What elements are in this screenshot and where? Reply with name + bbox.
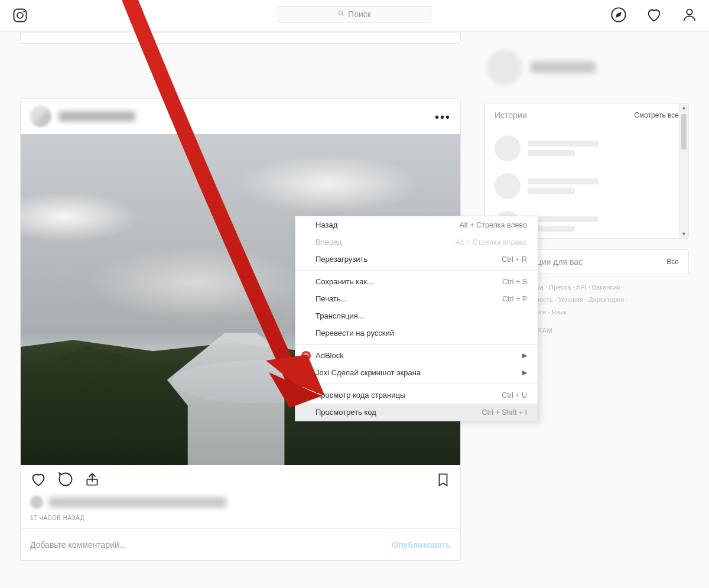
post-timestamp: 17 ЧАСОВ НАЗАД [21,512,460,528]
ctx-inspect-label: Просмотреть код [316,408,376,417]
stories-scrollbar[interactable]: ▲ ▼ [679,103,688,238]
svg-point-7 [687,9,692,15]
ctx-cast-label: Трансляция... [316,311,365,320]
scroll-down-icon[interactable]: ▼ [680,230,688,238]
ctx-view-source-shortcut: Ctrl + U [502,391,527,399]
context-menu: Назад Alt + Стрелка влево Вперед Alt + С… [295,216,538,421]
comment-input[interactable]: Добавьте комментарий... [30,540,126,550]
svg-marker-6 [617,13,621,17]
search-icon [338,10,344,18]
profile-icon[interactable] [681,6,698,24]
ctx-forward: Вперед Alt + Стрелка вправо [295,233,538,251]
svg-point-1 [17,12,23,18]
ctx-back-label: Назад [316,220,337,229]
share-icon[interactable] [84,472,100,489]
recommendations-all[interactable]: Все [666,258,679,266]
story-item[interactable] [489,129,685,167]
ctx-cast[interactable]: Трансляция... [295,307,538,324]
submenu-arrow-icon: ▶ [522,369,527,376]
svg-line-4 [342,14,344,16]
top-nav: Поиск [0,0,709,32]
search-input[interactable]: Поиск [278,6,431,22]
svg-point-2 [23,11,25,12]
ctx-back[interactable]: Назад Alt + Стрелка влево [295,216,538,233]
ctx-forward-shortcut: Alt + Стрелка вправо [456,238,527,246]
ctx-reload-shortcut: Ctrl + R [502,255,527,264]
sidebar-profile[interactable] [484,45,689,103]
ctx-separator [295,384,538,384]
ctx-translate-label: Перевести на русский [316,329,394,337]
post-likes-row [21,496,460,512]
bookmark-icon[interactable] [435,472,451,490]
ctx-translate[interactable]: Перевести на русский [295,324,538,342]
ctx-print-label: Печать... [316,294,347,303]
ctx-separator [295,344,538,345]
activity-heart-icon[interactable] [645,6,663,24]
story-avatar [495,135,521,161]
ctx-joxi-label: Joxi Сделай скриншот экрана [316,368,421,377]
ctx-inspect[interactable]: Просмотреть код Ctrl + Shift + I [295,404,538,421]
ctx-save-as-label: Сохранить как... [316,277,373,286]
instagram-logo[interactable] [12,7,28,26]
post-header: ••• [21,99,460,134]
ctx-save-as-shortcut: Ctrl + S [502,278,527,286]
post-actions [21,465,460,496]
story-item[interactable] [489,167,685,205]
scroll-up-icon[interactable]: ▲ [680,103,688,112]
sidebar-profile-username [531,61,596,73]
ctx-adblock-label: AdBlock [316,351,344,360]
submenu-arrow-icon: ▶ [522,352,527,359]
stories-title: Истории [495,111,527,120]
ctx-inspect-shortcut: Ctrl + Shift + I [482,408,527,417]
ctx-save-as[interactable]: Сохранить как... Ctrl + S [295,273,538,290]
search-placeholder: Поиск [348,9,371,19]
explore-icon[interactable] [610,6,627,24]
stories-header: Истории Смотреть все [485,103,688,127]
ctx-view-source-label: Просмотр кода страницы [316,391,405,399]
scroll-thumb[interactable] [681,114,687,150]
ctx-reload[interactable]: Перезагрузить Ctrl + R [295,251,538,268]
post-author-username[interactable] [58,111,135,122]
like-icon[interactable] [30,471,47,490]
post-more-button[interactable]: ••• [435,111,451,124]
previous-post-stub [20,32,461,44]
ctx-forward-label: Вперед [316,238,342,246]
ctx-print-shortcut: Ctrl + P [502,295,527,303]
ctx-print[interactable]: Печать... Ctrl + P [295,290,538,307]
ctx-adblock[interactable]: O AdBlock ▶ [295,347,538,364]
comment-box: Добавьте комментарий... Опубликовать [21,528,460,560]
stories-see-all[interactable]: Смотреть все [634,111,679,119]
ctx-view-source[interactable]: Просмотр кода страницы Ctrl + U [295,386,538,404]
adblock-icon: O [301,351,311,360]
svg-point-3 [339,11,342,14]
publish-button[interactable]: Опубликовать [392,540,451,550]
ctx-back-shortcut: Alt + Стрелка влево [459,221,527,229]
ctx-separator [295,270,538,271]
ctx-reload-label: Перезагрузить [316,255,367,264]
comment-icon[interactable] [57,471,74,490]
sidebar-profile-avatar [487,50,522,85]
ctx-joxi[interactable]: Joxi Сделай скриншот экрана ▶ [295,364,538,381]
likes-text[interactable] [49,497,226,508]
post-author-avatar[interactable] [30,106,51,127]
header-icons [610,6,698,24]
liker-avatar[interactable] [30,496,43,509]
story-avatar [495,173,521,199]
